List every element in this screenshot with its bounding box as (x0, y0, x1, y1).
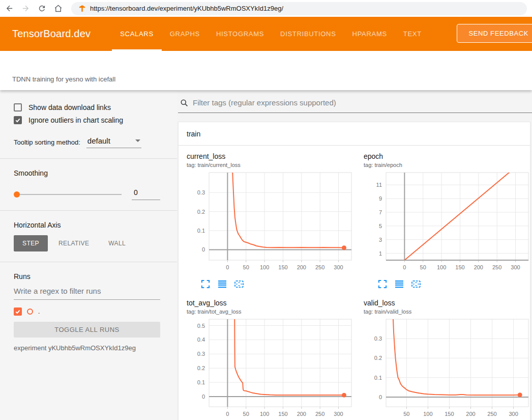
show-download-links-checkbox[interactable] (14, 103, 22, 111)
fit-domain-icon[interactable] (411, 279, 422, 289)
svg-text:200: 200 (474, 264, 483, 270)
chart-toolbar (364, 279, 532, 289)
forward-icon[interactable] (20, 4, 31, 14)
chart-title: current_loss (187, 152, 364, 160)
chart-tot-avg-loss: tot_avg_loss tag: train/tot_avg_loss 050… (187, 299, 364, 420)
brand-logo: TensorBoard.dev (12, 28, 91, 40)
chart-title: valid_loss (364, 299, 532, 307)
svg-text:0.2: 0.2 (197, 209, 205, 215)
scalars-dashboard: Filter tags (regular expressions support… (177, 90, 532, 420)
address-bar[interactable]: https://tensorboard.dev/experiment/yKUbh… (71, 2, 527, 15)
experiment-title: TDNN training for yesno with icefall (12, 75, 115, 83)
smoothing-slider[interactable] (14, 194, 122, 195)
svg-text:150: 150 (278, 411, 287, 417)
svg-text:250: 250 (315, 264, 324, 270)
settings-sidebar: Show data download links Ignore outliers… (0, 90, 177, 420)
svg-text:0: 0 (403, 264, 406, 270)
axis-relative-button[interactable]: RELATIVE (50, 235, 98, 251)
tab-distributions[interactable]: DISTRIBUTIONS (272, 17, 344, 51)
filter-tags-placeholder: Filter tags (regular expressions support… (193, 98, 336, 107)
svg-text:250: 250 (315, 411, 324, 417)
svg-text:300: 300 (509, 411, 518, 417)
expand-chart-icon[interactable] (378, 279, 388, 289)
runs-filter-input[interactable]: Write a regex to filter runs (14, 287, 160, 300)
axis-step-button[interactable]: STEP (14, 235, 48, 251)
svg-text:100: 100 (260, 264, 269, 270)
search-icon (180, 99, 188, 107)
svg-text:0: 0 (226, 411, 229, 417)
svg-text:100: 100 (423, 411, 432, 417)
toggle-all-runs-button[interactable]: TOGGLE ALL RUNS (14, 322, 160, 338)
line-chart[interactable]: 05010015020025030000.10.20.30.40.5 (187, 317, 364, 420)
tab-histograms[interactable]: HISTOGRAMS (208, 17, 272, 51)
svg-text:7: 7 (379, 209, 382, 215)
svg-text:300: 300 (334, 411, 343, 417)
svg-text:300: 300 (334, 264, 343, 270)
run-name: . (38, 308, 40, 315)
experiment-title-band: TDNN training for yesno with icefall (0, 51, 532, 90)
svg-text:100: 100 (437, 264, 446, 270)
chart-tag: tag: train/valid_loss (364, 309, 532, 315)
ignore-outliers-row[interactable]: Ignore outliers in chart scaling (14, 116, 160, 124)
smoothing-slider-knob[interactable] (14, 191, 20, 198)
chart-epoch: epoch tag: train/epoch 05010015020025030… (364, 152, 532, 289)
back-icon[interactable] (4, 4, 14, 14)
svg-text:0.1: 0.1 (374, 375, 382, 381)
fit-domain-icon[interactable] (234, 279, 245, 289)
section-title[interactable]: train (179, 122, 530, 146)
tab-hparams[interactable]: HPARAMS (344, 17, 395, 51)
send-feedback-button[interactable]: SEND FEEDBACK (457, 24, 532, 43)
svg-text:0.2: 0.2 (197, 365, 205, 371)
svg-text:0.3: 0.3 (197, 351, 205, 357)
svg-text:300: 300 (511, 264, 520, 270)
line-chart[interactable]: 0501001502002503001357911 (364, 171, 532, 278)
svg-text:200: 200 (297, 264, 306, 270)
sidebar-divider (0, 210, 177, 211)
svg-text:0: 0 (379, 394, 382, 400)
axis-wall-button[interactable]: WALL (100, 235, 134, 251)
chart-current-loss: current_loss tag: train/current_loss 050… (187, 152, 364, 289)
expand-chart-icon[interactable] (201, 279, 211, 289)
chart-title: epoch (364, 152, 532, 160)
run-checkbox[interactable] (14, 307, 22, 316)
reload-icon[interactable] (37, 4, 47, 14)
train-section-card: train current_loss tag: train/current_lo… (178, 122, 530, 420)
svg-text:250: 250 (487, 411, 496, 417)
home-icon[interactable] (53, 4, 63, 14)
svg-text:0.4: 0.4 (197, 337, 205, 343)
svg-text:0: 0 (202, 394, 205, 400)
chart-tag: tag: train/current_loss (187, 162, 364, 168)
svg-text:0.1: 0.1 (197, 228, 205, 234)
svg-text:5: 5 (379, 223, 382, 229)
chart-title: tot_avg_loss (187, 299, 364, 307)
tab-graphs[interactable]: GRAPHS (162, 17, 208, 51)
log-scale-icon[interactable] (395, 279, 405, 289)
run-color-swatch-icon (27, 309, 33, 315)
ignore-outliers-checkbox[interactable] (14, 116, 22, 124)
experiment-caption: experiment yKUbhb5wRmOSXYkId1z9eg (14, 344, 160, 352)
tab-scalars[interactable]: SCALARS (112, 17, 162, 51)
show-download-links-row[interactable]: Show data download links (14, 103, 160, 111)
svg-text:0.1: 0.1 (197, 379, 205, 385)
svg-text:200: 200 (466, 411, 475, 417)
svg-text:150: 150 (278, 264, 287, 270)
runs-label: Runs (14, 272, 160, 281)
filter-tags-input[interactable]: Filter tags (regular expressions support… (178, 95, 532, 113)
tensorboard-site-icon (78, 5, 86, 12)
svg-text:0: 0 (202, 246, 205, 253)
smoothing-label: Smoothing (14, 169, 160, 177)
svg-text:100: 100 (260, 411, 269, 417)
chart-toolbar (187, 279, 364, 289)
tab-text[interactable]: TEXT (395, 17, 430, 51)
svg-text:50: 50 (243, 264, 249, 270)
svg-text:50: 50 (243, 411, 249, 417)
log-scale-icon[interactable] (218, 279, 228, 289)
nav-tabs: SCALARS GRAPHS HISTOGRAMS DISTRIBUTIONS … (112, 17, 430, 51)
run-list-item[interactable]: . (14, 307, 160, 316)
tooltip-sorting-select[interactable]: default (86, 136, 141, 148)
svg-text:50: 50 (403, 411, 409, 417)
line-chart[interactable]: 05010015020025030000.10.20.3 (187, 171, 364, 278)
svg-text:11: 11 (376, 182, 382, 188)
line-chart[interactable]: 5010015020025030000.10.20.3 (364, 317, 532, 420)
smoothing-value-field[interactable]: 0 (132, 188, 160, 200)
